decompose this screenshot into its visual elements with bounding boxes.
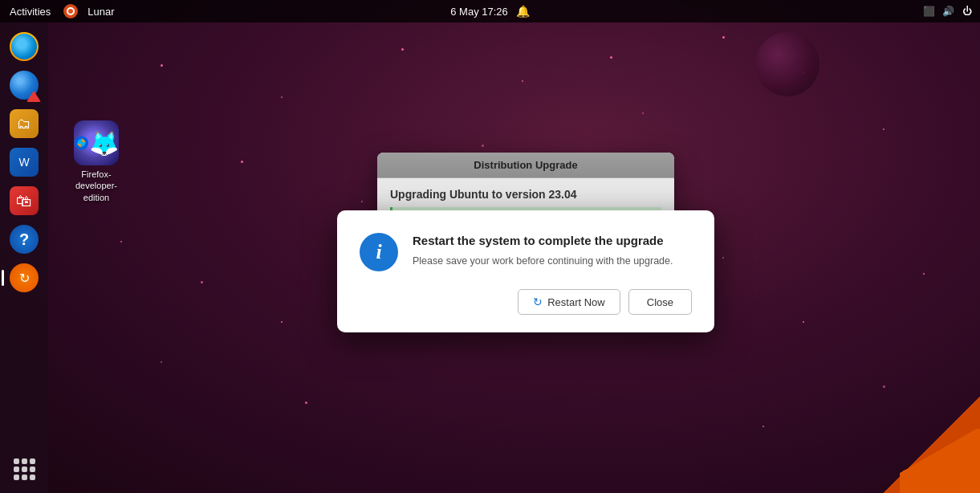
restart-dialog-text: Restart the system to complete the upgra… [413,233,692,267]
dist-upgrade-titlebar: Distribution Upgrade [377,153,674,178]
power-icon[interactable]: ⏻ [961,5,974,18]
restart-spinner-icon: ↻ [533,295,543,308]
volume-icon[interactable]: 🔊 [941,5,954,18]
notification-bell-icon[interactable]: 🔔 [516,5,530,18]
restart-dialog-body: i Restart the system to complete the upg… [360,233,692,271]
topbar: Activities Lunar 6 May 17:26 🔔 ⬛ 🔊 ⏻ [0,0,980,22]
corner-decoration-2 [900,429,980,493]
updates-icon: ↻ [10,263,39,292]
firefox-icon [10,32,39,61]
dock: 🗂 W 🛍 ? ↻ [0,22,48,493]
activities-button[interactable]: Activities [6,4,54,19]
dock-item-updates[interactable]: ↻ [6,260,42,295]
firefox-dev-icon [74,120,119,165]
thunderbird-icon [10,71,39,100]
grid-dots [14,458,35,480]
help-icon: ? [10,225,39,254]
appstore-icon: 🛍 [10,186,39,215]
dock-item-libreoffice[interactable]: W [6,145,42,180]
firefox-dev-label: Firefox-developer-edition [64,169,128,203]
datetime-label: 6 May 17:26 [450,6,508,18]
planet-decoration [755,32,819,96]
dock-item-help[interactable]: ? [6,222,42,257]
ubuntu-logo [63,4,78,18]
dist-upgrade-title: Distribution Upgrade [474,159,577,171]
close-button[interactable]: Close [628,289,692,315]
restart-dialog-subtitle: Please save your work before continuing … [413,255,692,267]
close-label: Close [647,296,673,308]
dock-item-thunderbird[interactable] [6,67,42,103]
restart-dialog-buttons: ↻ Restart Now Close [360,289,692,315]
files-icon: 🗂 [10,109,39,138]
app-name: Lunar [87,6,114,18]
dock-item-firefox[interactable] [6,29,42,64]
dock-item-show-apps[interactable] [6,451,42,487]
restart-now-button[interactable]: ↻ Restart Now [518,289,620,315]
ubuntu-logo-inner [67,7,75,15]
restart-dialog-title: Restart the system to complete the upgra… [413,233,692,249]
libreoffice-icon: W [10,148,39,177]
info-icon-letter: i [376,242,381,263]
system-menu-icon[interactable]: ⬛ [922,5,935,18]
restart-dialog: i Restart the system to complete the upg… [337,210,714,332]
dock-item-appcenter[interactable]: 🛍 [6,183,42,218]
topbar-left: Activities Lunar [6,4,115,19]
restart-now-label: Restart Now [547,296,605,308]
topbar-center: 6 May 17:26 🔔 [450,5,530,18]
firefox-dev-desktop-icon[interactable]: Firefox-developer-edition [64,120,128,203]
desktop: Activities Lunar 6 May 17:26 🔔 ⬛ 🔊 ⏻ [0,0,980,493]
dock-item-files[interactable]: 🗂 [6,106,42,141]
topbar-right: ⬛ 🔊 ⏻ [922,5,974,18]
dist-upgrade-upgrade-title: Upgrading Ubuntu to version 23.04 [390,188,661,201]
show-apps-icon [10,454,39,483]
info-icon: i [360,233,398,271]
